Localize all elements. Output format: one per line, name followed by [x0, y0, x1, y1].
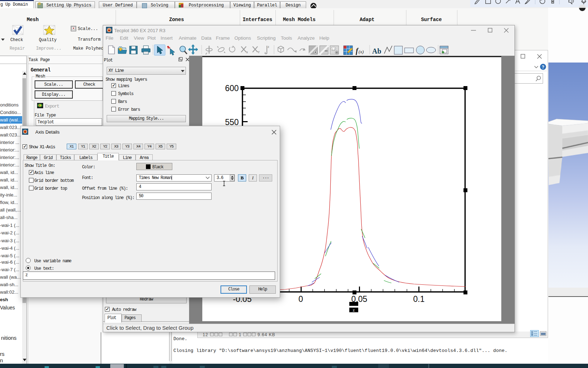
svg-text:Ab: Ab — [372, 47, 381, 55]
svg-text:(x): (x) — [359, 49, 364, 54]
svg-text:x: x — [246, 50, 248, 54]
svg-text:1.2: 1.2 — [332, 48, 335, 50]
svg-text:600: 600 — [225, 84, 239, 93]
svg-text:0.1: 0.1 — [413, 294, 425, 304]
svg-text:?: ? — [542, 65, 544, 70]
svg-text:z: z — [268, 45, 269, 49]
svg-text:0: 0 — [299, 294, 303, 304]
svg-text:Y: Y — [258, 50, 260, 54]
svg-text:z: z — [353, 307, 355, 313]
